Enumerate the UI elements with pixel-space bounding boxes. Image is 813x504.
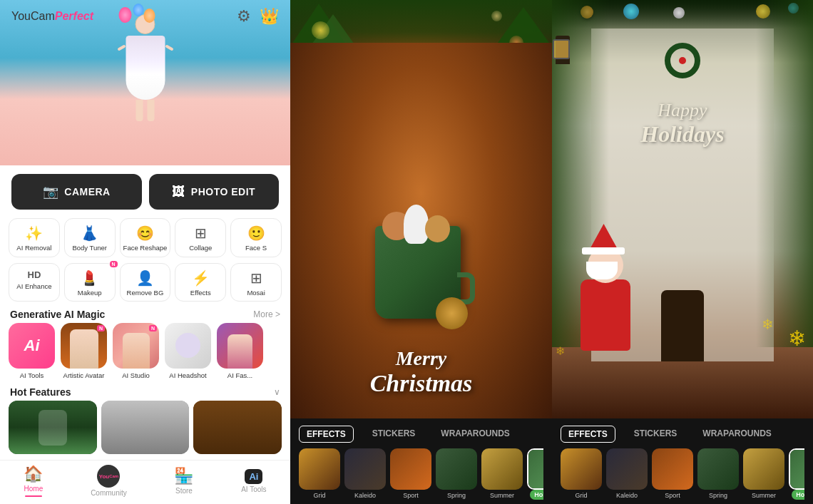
ai-fashion-thumb bbox=[217, 323, 263, 369]
effect-label-spring-right: Spring bbox=[709, 492, 727, 499]
effect-thumb-holidays-right[interactable] bbox=[789, 448, 804, 490]
effect-kaleido-right[interactable]: Kaleido bbox=[606, 448, 648, 500]
nav-store[interactable]: 🏪 Store bbox=[167, 467, 200, 495]
camera-button[interactable]: 📷 CAMERA bbox=[11, 174, 142, 210]
generative-ai-title: Generative AI Magic bbox=[10, 309, 105, 320]
ai-studio-thumb: N bbox=[113, 323, 159, 369]
effect-spring-right[interactable]: Spring bbox=[697, 448, 739, 500]
effect-thumb-holidays-middle[interactable] bbox=[527, 448, 543, 490]
effect-label-summer-right: Summer bbox=[752, 492, 776, 499]
ai-item-fashion[interactable]: AI Fas... bbox=[217, 323, 263, 379]
tool-effects[interactable]: ⚡ Effects bbox=[175, 263, 226, 302]
hot-thumb-1[interactable] bbox=[9, 401, 97, 454]
effect-kaleido-middle[interactable]: Kaleido bbox=[344, 448, 386, 500]
tool-grid-row2: HD AI Enhance N 💄 Makeup 👤 Remove BG ⚡ E… bbox=[0, 260, 290, 304]
tool-ai-enhance[interactable]: HD AI Enhance bbox=[9, 263, 60, 302]
face-reshape-icon: 😊 bbox=[136, 225, 154, 242]
nav-community[interactable]: You Cam Community bbox=[83, 465, 134, 497]
tool-collage[interactable]: ⊞ Collage bbox=[175, 218, 226, 257]
left-panel: YouCamPerfect ⚙ 👑 📷 CAMERA 🖼 PHOTO EDIT … bbox=[0, 0, 290, 504]
tool-remove-bg[interactable]: 👤 Remove BG bbox=[120, 263, 171, 302]
community-label: Community bbox=[91, 489, 127, 497]
middle-photo-main: Merry Christmas bbox=[290, 0, 552, 418]
nav-home[interactable]: 🏠 Home bbox=[16, 465, 50, 497]
hot-features-title: Hot Features bbox=[10, 386, 71, 398]
effect-holidays-right[interactable]: Holidays bbox=[789, 448, 804, 500]
tab-wraparounds-middle[interactable]: WRAPAROUNDS bbox=[434, 426, 516, 443]
christmas-word: Christmas bbox=[343, 370, 500, 397]
ai-item-artistic-avatar[interactable]: N Artistic Avatar bbox=[61, 323, 107, 379]
tab-effects-middle[interactable]: EFFECTS bbox=[299, 426, 354, 443]
effect-thumb-grid-middle[interactable] bbox=[299, 448, 340, 490]
effect-thumb-sport-right[interactable] bbox=[652, 448, 693, 490]
generative-ai-header: Generative AI Magic More > bbox=[0, 304, 290, 323]
home-active-indicator bbox=[25, 495, 42, 497]
tab-wraparounds-right[interactable]: WRAPAROUNDS bbox=[695, 426, 778, 443]
tool-body-tuner[interactable]: 👗 Body Tuner bbox=[64, 218, 116, 257]
makeup-new-badge: N bbox=[110, 261, 118, 267]
tool-grid-row1: ✨ AI Removal 👗 Body Tuner 😊 Face Reshape… bbox=[0, 215, 290, 259]
right-panel: Happy Holidays ❄ ❄ ❄ bbox=[552, 0, 813, 504]
effect-label-summer-middle: Summer bbox=[490, 492, 514, 499]
effect-holidays-middle[interactable]: Holidays bbox=[527, 448, 543, 500]
remove-bg-icon: 👤 bbox=[136, 269, 154, 287]
effect-thumb-summer-right[interactable] bbox=[743, 448, 784, 490]
makeup-label: Makeup bbox=[78, 289, 102, 297]
tool-ai-removal[interactable]: ✨ AI Removal bbox=[9, 218, 60, 257]
effect-summer-middle[interactable]: Summer bbox=[481, 448, 523, 500]
effect-thumb-sport-middle[interactable] bbox=[390, 448, 431, 490]
effect-thumb-spring-right[interactable] bbox=[697, 448, 739, 490]
hot-thumb-2[interactable] bbox=[101, 401, 190, 454]
effects-scroll-middle: Grid Kaleido Sport Spring Summer bbox=[299, 448, 543, 500]
crown-icon[interactable]: 👑 bbox=[260, 7, 279, 26]
effect-summer-right[interactable]: Summer bbox=[743, 448, 784, 500]
effect-label-spring-middle: Spring bbox=[447, 492, 466, 499]
collage-label: Collage bbox=[189, 244, 212, 252]
ai-item-headshot[interactable]: AI Headshot bbox=[165, 323, 211, 379]
ai-tools-label: AI Tools bbox=[20, 371, 44, 379]
face-s-icon: 🙂 bbox=[247, 225, 265, 242]
body-tuner-icon: 👗 bbox=[81, 225, 98, 242]
tab-stickers-middle[interactable]: STICKERS bbox=[365, 426, 423, 443]
hot-features-chevron-icon: ∨ bbox=[274, 387, 280, 397]
effect-thumb-kaleido-middle[interactable] bbox=[344, 448, 386, 490]
ai-item-tools[interactable]: Ai AI Tools bbox=[9, 323, 55, 379]
tool-makeup[interactable]: N 💄 Makeup bbox=[64, 263, 116, 302]
holidays-text: Holidays bbox=[640, 121, 724, 148]
settings-icon[interactable]: ⚙ bbox=[237, 7, 251, 26]
holidays-badge-right: Holidays bbox=[792, 490, 804, 500]
effect-thumb-grid-right[interactable] bbox=[561, 448, 602, 490]
tool-face-s[interactable]: 🙂 Face S bbox=[230, 218, 282, 257]
home-icon: 🏠 bbox=[24, 465, 43, 483]
effect-grid-middle[interactable]: Grid bbox=[299, 448, 340, 500]
effect-sport-right[interactable]: Sport bbox=[652, 448, 693, 500]
lantern-post bbox=[556, 36, 570, 64]
effect-thumb-kaleido-right[interactable] bbox=[606, 448, 648, 490]
hot-thumb-3[interactable] bbox=[193, 401, 282, 454]
tool-mosaic[interactable]: ⊞ Mosai bbox=[230, 263, 282, 302]
ai-headshot-label: AI Headshot bbox=[169, 371, 206, 379]
app-logo: YouCamPerfect bbox=[11, 10, 93, 23]
tool-face-reshape[interactable]: 😊 Face Reshape bbox=[120, 218, 171, 257]
effects-tabs: EFFECTS STICKERS WRAPAROUNDS bbox=[299, 426, 543, 443]
photo-edit-label: PHOTO EDIT bbox=[191, 186, 255, 197]
ornament-ball bbox=[436, 297, 468, 329]
nav-ai-tools[interactable]: Ai AI Tools bbox=[234, 469, 273, 493]
more-link[interactable]: More > bbox=[253, 309, 280, 319]
right-effects-bar: EFFECTS STICKERS WRAPAROUNDS Grid Kaleid… bbox=[552, 418, 813, 504]
remove-bg-label: Remove BG bbox=[127, 289, 164, 297]
effect-sport-middle[interactable]: Sport bbox=[390, 448, 431, 500]
tab-stickers-right[interactable]: STICKERS bbox=[627, 426, 685, 443]
effect-grid-right[interactable]: Grid bbox=[561, 448, 602, 500]
tab-effects-right[interactable]: EFFECTS bbox=[561, 426, 615, 443]
effect-thumb-summer-middle[interactable] bbox=[481, 448, 523, 490]
logo-perfect: Perfect bbox=[55, 10, 93, 22]
effects-scroll-right: Grid Kaleido Sport Spring Summer bbox=[561, 448, 804, 500]
effect-spring-middle[interactable]: Spring bbox=[436, 448, 477, 500]
happy-holidays-text: Happy Holidays bbox=[640, 100, 724, 148]
artistic-avatar-label: Artistic Avatar bbox=[63, 371, 105, 379]
photo-edit-button[interactable]: 🖼 PHOTO EDIT bbox=[149, 174, 280, 210]
camera-icon: 📷 bbox=[43, 184, 59, 200]
ai-item-studio[interactable]: N AI Studio bbox=[113, 323, 159, 379]
effect-thumb-spring-middle[interactable] bbox=[436, 448, 477, 490]
